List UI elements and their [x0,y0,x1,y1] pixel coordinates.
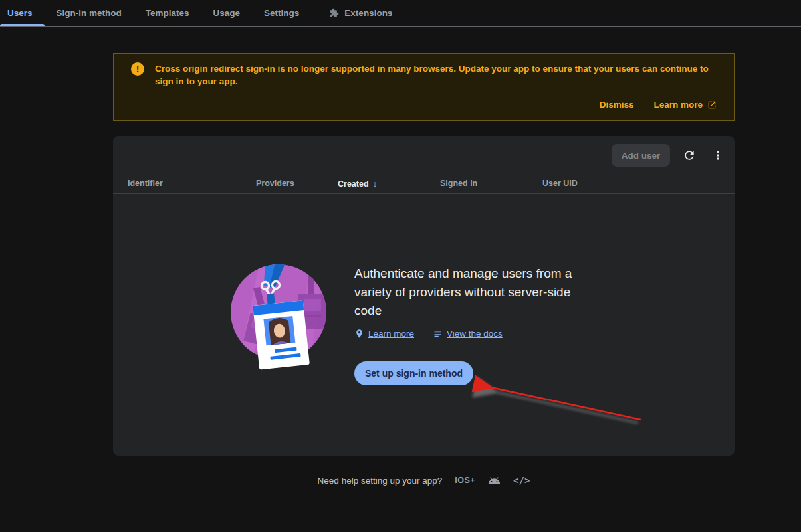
add-user-button[interactable]: Add user [612,144,670,167]
column-header-signed-in[interactable]: Signed in [440,179,477,188]
overflow-menu-button[interactable] [711,149,725,162]
tab-templates-label: Templates [146,8,189,18]
tab-sign-in-method[interactable]: Sign-in method [45,0,134,26]
sort-descending-icon: ↓ [373,179,378,189]
tab-settings-label: Settings [264,8,299,18]
column-header-created[interactable]: Created ↓ [338,179,378,189]
setup-sign-in-method-button[interactable]: Set up sign-in method [354,361,473,385]
tab-extensions-label: Extensions [344,8,392,18]
table-header-divider [113,193,735,194]
empty-state-heading: Authenticate and manage users from a var… [354,264,600,320]
id-badge-illustration [231,264,330,371]
learn-more-banner-button[interactable]: Learn more [653,100,717,110]
learn-more-banner-label: Learn more [653,100,703,110]
dismiss-button[interactable]: Dismiss [600,100,634,110]
users-panel: Add user Identifier Providers Created ↓ … [113,136,735,456]
tab-users-label: Users [7,8,33,18]
tab-sign-in-method-label: Sign-in method [57,8,122,18]
cross-origin-warning-banner: Cross origin redirect sign-in is no long… [113,53,735,121]
active-tab-indicator [0,24,45,26]
tab-bar-divider [314,6,314,21]
column-header-user-uid[interactable]: User UID [542,179,578,188]
view-docs-link-label: View the docs [447,329,503,339]
help-text: Need help setting up your app? [318,476,443,486]
column-header-providers[interactable]: Providers [256,179,294,188]
docs-lines-icon [433,329,443,339]
tab-users[interactable]: Users [0,0,45,26]
tab-usage[interactable]: Usage [201,0,253,26]
tab-extensions[interactable]: Extensions [317,0,404,26]
kebab-menu-icon [711,149,725,162]
banner-actions: Dismiss Learn more [600,100,717,110]
ios-platform-icon[interactable]: iOS+ [455,476,475,485]
column-header-created-label: Created [338,179,369,189]
learn-more-link-label: Learn more [368,329,414,339]
android-robot-icon [488,474,501,487]
learn-more-link[interactable]: Learn more [354,329,414,339]
warning-icon [131,62,144,76]
empty-state-links: Learn more View the docs [354,329,607,339]
open-in-new-icon [707,100,717,110]
tab-settings[interactable]: Settings [252,0,311,26]
android-platform-icon[interactable] [488,474,501,487]
refresh-button[interactable] [683,149,696,162]
view-docs-link[interactable]: View the docs [433,329,503,339]
column-header-identifier[interactable]: Identifier [128,179,163,188]
warning-message: Cross origin redirect sign-in is no long… [155,62,715,88]
auth-tab-bar: Users Sign-in method Templates Usage Set… [0,0,801,27]
web-platform-icon[interactable]: </> [513,475,530,486]
help-footer: Need help setting up your app? iOS+ </> [113,472,735,489]
tab-usage-label: Usage [213,8,241,18]
extensions-puzzle-icon [329,8,339,18]
place-pin-icon [354,329,364,339]
refresh-icon [683,149,696,162]
tab-templates[interactable]: Templates [134,0,201,26]
empty-state: Authenticate and manage users from a var… [354,264,607,385]
